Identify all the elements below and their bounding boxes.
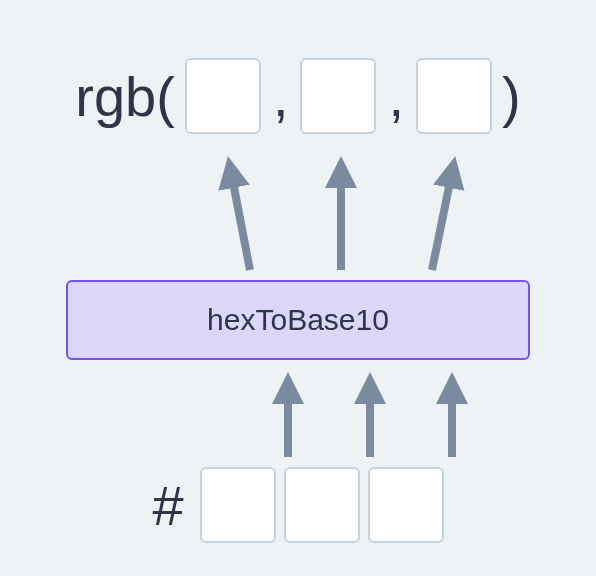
rgb-slot-r <box>185 58 261 134</box>
rgb-suffix: ) <box>502 64 521 129</box>
rgb-output-row: rgb( , , ) <box>0 58 596 134</box>
diagram-stage: rgb( , , ) hexToBase10 # <box>0 0 596 576</box>
hex-input-row: # <box>0 467 596 543</box>
hex-slot-1 <box>200 467 276 543</box>
arrow-top-left-icon <box>231 172 250 270</box>
hex-slot-2 <box>284 467 360 543</box>
function-box: hexToBase10 <box>66 280 530 360</box>
rgb-comma-1: , <box>271 64 291 129</box>
hex-hash: # <box>152 473 191 538</box>
arrow-top-right-icon <box>432 172 452 270</box>
rgb-comma-2: , <box>386 64 406 129</box>
rgb-slot-b <box>416 58 492 134</box>
rgb-slot-g <box>300 58 376 134</box>
function-label: hexToBase10 <box>207 303 389 337</box>
rgb-prefix: rgb( <box>75 64 175 129</box>
hex-slot-3 <box>368 467 444 543</box>
